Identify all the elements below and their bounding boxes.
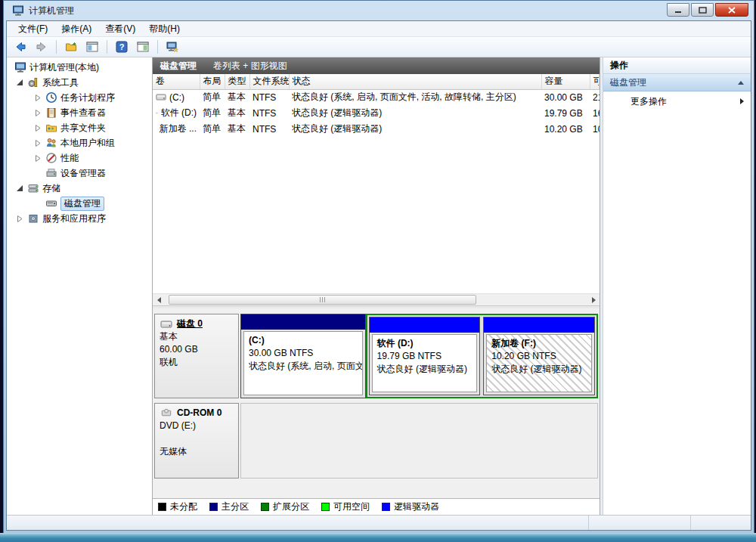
disk-status: 联机 — [160, 356, 234, 369]
status-segment — [588, 516, 690, 530]
volume-name: 软件 (D:) — [161, 107, 197, 119]
window-title: 计算机管理 — [29, 5, 74, 17]
tree-item-local-users[interactable]: 本地用户和组 — [7, 135, 152, 150]
status-bar — [7, 515, 751, 530]
back-button[interactable] — [11, 39, 29, 55]
table-row[interactable]: 新加卷 ... 简单 基本 NTFS 状态良好 (逻辑驱动器) 10.20 GB… — [153, 121, 600, 137]
expander-collapsed-icon[interactable] — [34, 110, 42, 116]
menu-file[interactable]: 文件(F) — [11, 21, 54, 36]
up-folder-button[interactable] — [62, 39, 80, 55]
toolbar-separator — [107, 40, 107, 54]
scrollbar-thumb[interactable] — [169, 295, 476, 305]
tree-item-event-viewer[interactable]: 事件查看器 — [7, 105, 152, 120]
volume-name: (C:) — [169, 92, 184, 103]
volume-table-header: 卷 布局 类型 文件系统 状态 容量 可 — [153, 74, 600, 89]
column-capacity[interactable]: 容量 — [541, 74, 590, 89]
more-actions-item[interactable]: 更多操作 — [603, 91, 751, 111]
partition-c[interactable]: (C:) 30.00 GB NTFS 状态良好 (系统, 启动, 页面文 — [240, 314, 366, 398]
close-button[interactable] — [715, 3, 748, 17]
tree-item-device-manager[interactable]: 设备管理器 — [7, 166, 152, 181]
partition-strip: (C:) 30.00 GB NTFS 状态良好 (系统, 启动, 页面文 — [240, 314, 598, 398]
legend-primary: 主分区 — [209, 500, 249, 513]
primary-swatch — [209, 503, 218, 511]
volume-table: 卷 布局 类型 文件系统 状态 容量 可 (C:) 简单 基本 NTFS 状态良… — [153, 74, 600, 137]
minimize-button[interactable] — [667, 3, 689, 17]
tree-item-label: 事件查看器 — [60, 107, 106, 119]
expander-collapsed-icon[interactable] — [34, 140, 42, 147]
column-free[interactable]: 可 — [590, 74, 600, 89]
computer-icon — [14, 61, 26, 73]
table-row[interactable]: (C:) 简单 基本 NTFS 状态良好 (系统, 启动, 页面文件, 活动, … — [153, 89, 600, 105]
partition-status: 状态良好 (逻辑驱动器) — [377, 363, 472, 376]
legend-label: 逻辑驱动器 — [394, 500, 439, 513]
collapse-arrow-icon[interactable] — [738, 81, 744, 85]
partition-d-info: 软件 (D:) 19.79 GB NTFS 状态良好 (逻辑驱动器) — [372, 334, 478, 392]
cdrom-0-row: CD-ROM 0 DVD (E:) 无媒体 — [154, 403, 598, 479]
storage-icon — [27, 182, 39, 194]
expander-expanded-icon[interactable] — [16, 185, 24, 192]
tree-item-label: 设备管理器 — [60, 167, 106, 180]
expander-collapsed-icon[interactable] — [34, 155, 42, 162]
pane-header: 磁盘管理 卷列表 + 图形视图 — [153, 57, 600, 74]
scroll-right-icon — [591, 297, 596, 303]
expander-expanded-icon[interactable] — [16, 79, 24, 86]
actions-group-disk-management[interactable]: 磁盘管理 — [603, 74, 751, 91]
column-status[interactable]: 状态 — [289, 74, 541, 89]
legend-unallocated: 未分配 — [158, 500, 197, 513]
expander-collapsed-icon[interactable] — [16, 215, 24, 222]
help-button[interactable] — [113, 39, 131, 55]
menu-action[interactable]: 操作(A) — [54, 21, 98, 36]
maximize-icon — [699, 7, 707, 14]
title-bar[interactable]: 计算机管理 — [6, 1, 751, 20]
tree-item-shared-folders[interactable]: 共享文件夹 — [7, 120, 152, 135]
scroll-left-button[interactable] — [153, 294, 166, 306]
table-row[interactable]: 软件 (D:) 简单 基本 NTFS 状态良好 (逻辑驱动器) 19.79 GB… — [153, 105, 600, 121]
show-console-tree-button[interactable] — [83, 39, 101, 55]
disk-0-row: 磁盘 0 基本 60.00 GB 联机 (C:) — [154, 314, 598, 398]
disk-icon — [160, 320, 173, 329]
volume-capacity: 30.00 GB — [541, 89, 590, 105]
show-action-pane-button[interactable] — [134, 39, 152, 55]
tree-item-system-tools[interactable]: 系统工具 — [7, 75, 152, 90]
forward-button[interactable] — [33, 39, 51, 55]
tree-item-disk-management[interactable]: 磁盘管理 — [7, 196, 152, 211]
desktop-taskbar-edge — [0, 533, 756, 542]
legend-free-space: 可用空间 — [321, 500, 370, 513]
column-layout[interactable]: 布局 — [200, 74, 225, 89]
partition-size: 10.20 GB NTFS — [491, 350, 587, 363]
menu-view[interactable]: 查看(V) — [98, 21, 142, 36]
task-scheduler-icon — [45, 91, 57, 104]
tree-item-task-scheduler[interactable]: 任务计划程序 — [7, 90, 152, 105]
console-options-button[interactable] — [163, 39, 181, 55]
cdrom-0-label[interactable]: CD-ROM 0 DVD (E:) 无媒体 — [154, 403, 239, 479]
horizontal-scrollbar[interactable] — [153, 293, 600, 305]
volume-type: 基本 — [225, 105, 249, 121]
scroll-right-button[interactable] — [587, 294, 600, 306]
partition-status: 状态良好 (系统, 启动, 页面文 — [249, 360, 358, 373]
menu-help[interactable]: 帮助(H) — [142, 21, 187, 36]
scrollbar-track[interactable] — [166, 294, 587, 306]
tree-item-label: 系统工具 — [42, 76, 79, 89]
tree-item-storage[interactable]: 存储 — [7, 181, 152, 196]
console-tree: 计算机管理(本地) 系统工具 任务计划程序 事件查看器 — [7, 57, 153, 515]
legend-label: 未分配 — [170, 500, 197, 513]
partition-d[interactable]: 软件 (D:) 19.79 GB NTFS 状态良好 (逻辑驱动器) — [369, 317, 481, 395]
graphical-view: 磁盘 0 基本 60.00 GB 联机 (C:) — [153, 308, 600, 498]
volume-fs: NTFS — [249, 89, 289, 105]
partition-f-selected[interactable]: 新加卷 (F:) 10.20 GB NTFS 状态良好 (逻辑驱动器) — [483, 317, 595, 395]
legend-label: 主分区 — [222, 500, 249, 513]
system-tools-icon — [27, 76, 39, 88]
maximize-button[interactable] — [691, 3, 714, 17]
volume-free: 16 — [590, 105, 600, 121]
column-volume[interactable]: 卷 — [153, 74, 200, 89]
expander-collapsed-icon[interactable] — [34, 94, 42, 101]
disk-0-label[interactable]: 磁盘 0 基本 60.00 GB 联机 — [154, 314, 239, 398]
column-type[interactable]: 类型 — [225, 74, 249, 89]
column-filesystem[interactable]: 文件系统 — [249, 74, 289, 89]
tree-item-performance[interactable]: 性能 — [7, 150, 152, 166]
tree-item-computer-management[interactable]: 计算机管理(本地) — [7, 60, 152, 75]
actions-group-label: 磁盘管理 — [610, 76, 646, 89]
expander-collapsed-icon[interactable] — [34, 125, 42, 132]
window-icon — [12, 5, 24, 17]
tree-item-services-applications[interactable]: 服务和应用程序 — [7, 211, 152, 226]
